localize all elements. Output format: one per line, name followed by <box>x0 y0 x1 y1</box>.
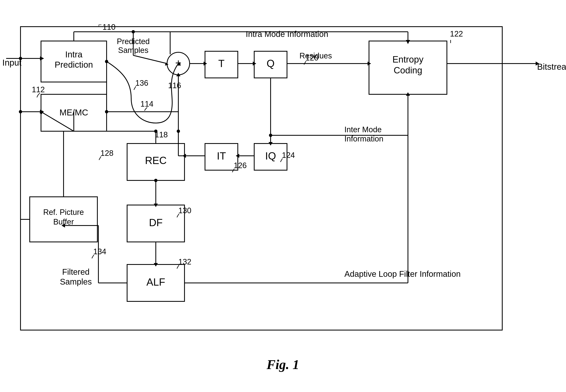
svg-text:130: 130 <box>178 206 191 215</box>
svg-text:116: 116 <box>168 81 181 90</box>
svg-text:132: 132 <box>178 257 191 266</box>
figure-caption: Fig. 1 <box>266 357 299 372</box>
svg-text:124: 124 <box>282 151 295 159</box>
svg-text:110: 110 <box>102 23 115 31</box>
svg-text:IT: IT <box>217 150 226 162</box>
svg-text:Intra: Intra <box>65 50 83 59</box>
svg-text:112: 112 <box>32 85 45 94</box>
svg-text:Input: Input <box>2 58 22 68</box>
svg-text:120: 120 <box>305 54 318 62</box>
svg-rect-0 <box>0 0 566 392</box>
svg-text:Q: Q <box>267 58 275 69</box>
svg-text:Samples: Samples <box>60 277 92 286</box>
svg-text:Coding: Coding <box>394 65 422 75</box>
svg-text:128: 128 <box>100 149 113 157</box>
svg-text:126: 126 <box>234 161 247 170</box>
svg-text:Inter Mode: Inter Mode <box>345 125 382 134</box>
svg-text:Intra Mode Information: Intra Mode Information <box>246 29 328 39</box>
svg-text:Information: Information <box>345 135 383 143</box>
svg-text:⌐: ⌐ <box>98 22 102 28</box>
svg-text:134: 134 <box>93 247 106 256</box>
svg-text:IQ: IQ <box>265 150 276 162</box>
svg-text:Entropy: Entropy <box>392 54 424 64</box>
svg-text:114: 114 <box>140 100 153 108</box>
svg-text:Filtered: Filtered <box>62 267 89 276</box>
svg-text:ALF: ALF <box>146 276 165 288</box>
svg-text:122: 122 <box>450 29 463 38</box>
svg-text:REC: REC <box>145 155 167 166</box>
diagram-container: Intra Prediction ME/MC + T Q Entropy Cod… <box>0 0 566 392</box>
svg-text:Prediction: Prediction <box>55 60 93 70</box>
svg-text:Bitstream: Bitstream <box>537 62 566 71</box>
svg-text:T: T <box>218 58 225 69</box>
svg-text:DF: DF <box>149 217 163 228</box>
svg-text:Adaptive Loop Filter Informati: Adaptive Loop Filter Information <box>345 269 461 279</box>
svg-text:Ref. Picture: Ref. Picture <box>43 208 84 216</box>
svg-text:136: 136 <box>135 79 148 87</box>
